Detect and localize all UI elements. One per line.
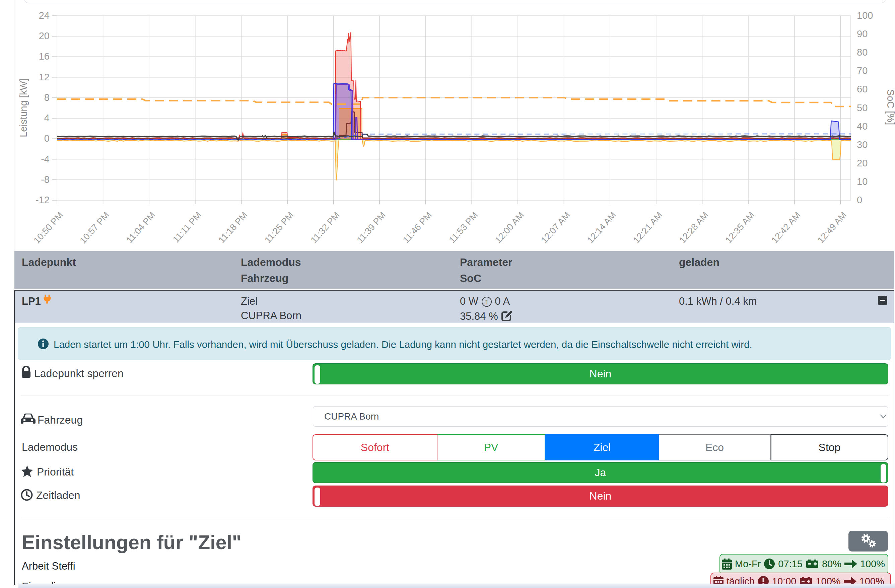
svg-text:-4: -4 [41, 154, 50, 164]
svg-text:4: 4 [44, 112, 50, 123]
svg-text:11:39 PM: 11:39 PM [355, 210, 388, 245]
svg-text:11:11 PM: 11:11 PM [171, 210, 203, 244]
svg-text:100: 100 [857, 10, 873, 21]
svg-text:11:53 PM: 11:53 PM [447, 210, 480, 245]
svg-text:-12: -12 [35, 194, 50, 205]
svg-text:12: 12 [39, 72, 50, 82]
svg-text:8: 8 [44, 92, 50, 103]
svg-text:20: 20 [857, 158, 868, 168]
svg-text:0: 0 [857, 194, 862, 205]
svg-text:11:18 PM: 11:18 PM [217, 210, 250, 245]
svg-text:12:42 AM: 12:42 AM [769, 210, 802, 245]
svg-text:SoC [%]: SoC [%] [885, 89, 895, 125]
svg-text:12:28 AM: 12:28 AM [677, 210, 710, 245]
svg-text:24: 24 [39, 10, 50, 21]
svg-text:10:57 PM: 10:57 PM [78, 210, 111, 246]
svg-text:12:00 AM: 12:00 AM [493, 210, 526, 245]
svg-text:70: 70 [857, 65, 868, 76]
svg-text:10: 10 [857, 176, 868, 187]
svg-text:90: 90 [857, 29, 868, 39]
svg-text:50: 50 [857, 103, 868, 113]
svg-text:12:21 AM: 12:21 AM [631, 210, 664, 245]
svg-text:11:46 PM: 11:46 PM [401, 210, 434, 245]
svg-text:80: 80 [857, 47, 868, 58]
svg-text:20: 20 [39, 30, 50, 41]
svg-text:12:07 AM: 12:07 AM [539, 210, 572, 245]
svg-text:0: 0 [44, 133, 50, 144]
svg-text:11:04 PM: 11:04 PM [124, 210, 157, 245]
svg-text:60: 60 [857, 84, 868, 94]
svg-text:11:32 PM: 11:32 PM [309, 210, 342, 245]
svg-text:10:50 PM: 10:50 PM [32, 210, 65, 246]
svg-text:16: 16 [39, 51, 50, 62]
svg-text:11:25 PM: 11:25 PM [262, 210, 296, 245]
svg-text:1: 1 [485, 299, 489, 306]
svg-text:12:49 AM: 12:49 AM [816, 210, 849, 245]
svg-text:Leistung [kW]: Leistung [kW] [18, 78, 29, 137]
svg-text:40: 40 [857, 121, 868, 132]
svg-text:-8: -8 [41, 174, 50, 185]
svg-text:12:35 AM: 12:35 AM [724, 210, 757, 245]
svg-text:30: 30 [857, 139, 868, 150]
svg-text:12:14 AM: 12:14 AM [585, 210, 618, 245]
